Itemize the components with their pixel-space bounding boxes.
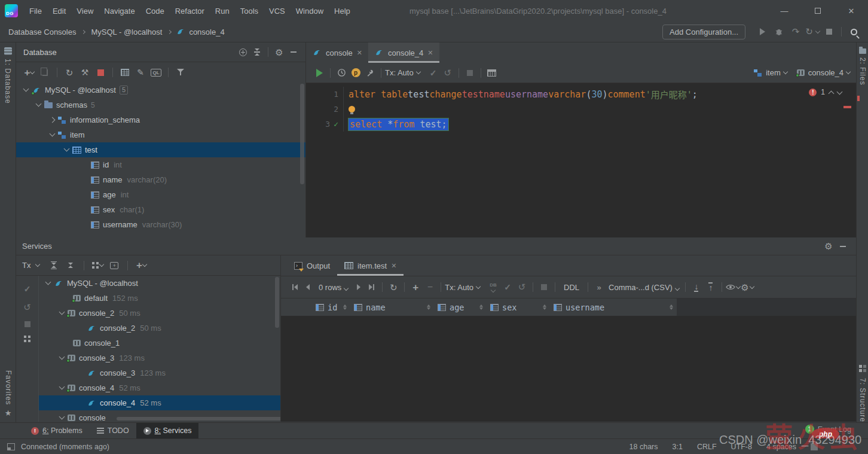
duplicate-button[interactable]	[38, 65, 52, 80]
hide-panel-icon[interactable]	[836, 239, 850, 254]
search-everywhere-icon[interactable]	[845, 25, 862, 39]
structure-toolwindow-icon[interactable]	[859, 365, 866, 372]
breadcrumb-connection[interactable]: MySQL - @localhost	[88, 28, 164, 36]
ddl-button[interactable]: DDL	[564, 283, 579, 292]
menu-navigate[interactable]: Navigate	[99, 3, 140, 19]
service-session-console-2[interactable]: console_2 50 ms	[39, 306, 280, 321]
sort-icon[interactable]	[427, 304, 430, 310]
service-console-4[interactable]: console_4 52 ms	[39, 395, 280, 410]
connection-status[interactable]: Connected (moments ago)	[21, 443, 109, 451]
tree-item-schemas[interactable]: schemas 5	[16, 97, 305, 112]
breadcrumb-console[interactable]: console_4	[187, 28, 227, 36]
submit-to-db-icon[interactable]: DB	[486, 280, 500, 294]
maximize-button[interactable]	[801, 0, 835, 22]
chevron-down-icon[interactable]	[64, 146, 70, 152]
tree-item-column-name[interactable]: name varchar(20)	[16, 172, 305, 187]
indent-selector[interactable]: 4 spaces	[766, 443, 796, 451]
next-page-icon[interactable]	[357, 284, 360, 290]
menu-refactor[interactable]: Refactor	[170, 3, 210, 19]
code-editor[interactable]: 1 alter table test change testname usern…	[306, 83, 856, 237]
stop-connection-button[interactable]	[93, 65, 108, 80]
close-icon[interactable]: ✕	[391, 262, 396, 270]
service-session-console-1[interactable]: console_1	[39, 336, 280, 351]
service-connection[interactable]: MySQL - @localhost	[39, 276, 280, 291]
chevron-down-icon[interactable]	[59, 309, 65, 315]
rollback-button[interactable]: ↺	[515, 280, 529, 294]
stripe-tab-files[interactable]: 2: Files	[858, 57, 867, 86]
stop-button[interactable]	[25, 321, 30, 327]
intention-bulb-icon[interactable]	[349, 106, 355, 112]
stop-button[interactable]	[537, 280, 551, 294]
service-console-3[interactable]: console_3 123 ms	[39, 365, 280, 380]
tree-item-test-table[interactable]: test	[16, 142, 305, 157]
column-header-name[interactable]: name	[350, 298, 434, 316]
panel-settings-gear-icon[interactable]: ⚙	[272, 45, 286, 59]
more-actions-chevrons-icon[interactable]: »	[592, 280, 606, 294]
previous-page-icon[interactable]	[306, 284, 310, 290]
tree-item-column-sex[interactable]: sex char(1)	[16, 202, 305, 217]
add-service-tab-icon[interactable]: +	[107, 258, 121, 273]
commit-button[interactable]: ✓	[500, 280, 515, 294]
tab-console-4[interactable]: console_4 ✕	[368, 42, 439, 63]
grid-body-empty[interactable]	[281, 316, 856, 422]
service-session-default[interactable]: default 152 ms	[39, 291, 280, 306]
service-session-console-4[interactable]: console_4 52 ms	[39, 380, 280, 395]
stop-query-button[interactable]	[463, 66, 477, 80]
group-by-icon[interactable]	[90, 258, 105, 273]
query-console-button[interactable]: QL	[149, 65, 163, 80]
tx-mode-selector[interactable]: Tx: Auto	[445, 283, 473, 292]
modify-table-button[interactable]: ✎	[133, 65, 148, 80]
run-with-profiler-button[interactable]: ↷	[787, 25, 804, 39]
sort-icon[interactable]	[543, 304, 546, 310]
view-options-eye-icon[interactable]	[726, 280, 740, 294]
services-tree-scrollbar[interactable]	[275, 277, 279, 328]
chevron-down-icon[interactable]	[59, 414, 65, 420]
caret-position[interactable]: 3:1	[673, 443, 683, 451]
service-console-2[interactable]: console_2 50 ms	[39, 321, 280, 336]
open-table-button[interactable]	[118, 65, 132, 80]
import-data-icon[interactable]: ↑	[704, 280, 718, 294]
hide-panel-icon[interactable]	[286, 45, 301, 59]
collapse-all-icon[interactable]	[250, 45, 264, 59]
sync-with-datasource-icon[interactable]: ⚒	[78, 65, 92, 80]
chevron-down-icon[interactable]	[36, 101, 42, 107]
filter-icon[interactable]	[173, 65, 188, 80]
sort-icon[interactable]	[670, 304, 673, 310]
add-row-button[interactable]: +	[408, 280, 423, 294]
next-error-icon[interactable]	[837, 89, 843, 95]
stripe-tab-favorites[interactable]: Favorites	[4, 370, 13, 405]
toolwindow-toggle-icon[interactable]	[7, 443, 15, 450]
column-header-sex[interactable]: sex	[487, 298, 550, 316]
tree-item-information-schema[interactable]: information_schema	[16, 112, 305, 127]
encoding-selector[interactable]: UTF-8	[731, 443, 752, 451]
menu-file[interactable]: File	[24, 3, 47, 19]
commit-button[interactable]: ✓	[24, 284, 31, 294]
stripe-tab-database[interactable]: 1: Database	[4, 59, 12, 104]
layout-icon[interactable]	[24, 336, 30, 342]
column-header-username[interactable]: username	[550, 298, 677, 316]
delete-row-button[interactable]: −	[423, 280, 437, 294]
files-toolwindow-icon[interactable]	[859, 48, 866, 54]
collapse-all-icon[interactable]	[63, 258, 78, 273]
refresh-button[interactable]: ↻	[62, 65, 77, 80]
rollback-button[interactable]: ↺	[23, 302, 31, 313]
code-line-2[interactable]: 2	[306, 102, 856, 117]
locate-object-icon[interactable]	[236, 45, 250, 59]
menu-code[interactable]: Code	[140, 3, 170, 19]
tree-item-connection[interactable]: MySQL - @localhost 5	[16, 83, 305, 97]
parameters-icon[interactable]: p	[349, 66, 363, 80]
rollback-button[interactable]: ↺	[441, 66, 455, 80]
commit-button[interactable]: ✓	[426, 66, 441, 80]
tab-problems[interactable]: ! 6: Problems	[24, 423, 90, 439]
execute-button[interactable]	[312, 66, 326, 80]
tab-services[interactable]: 8: Services	[136, 423, 199, 439]
menu-help[interactable]: Help	[329, 3, 356, 19]
grid-settings-gear-icon[interactable]: ⚙	[740, 280, 754, 294]
code-line-3[interactable]: 3✓ select *from test;	[306, 117, 856, 132]
tree-item-item-schema[interactable]: item	[16, 127, 305, 142]
chevron-down-icon[interactable]	[23, 86, 29, 92]
chevron-down-icon[interactable]	[59, 354, 65, 360]
output-options-icon[interactable]	[485, 66, 499, 80]
reload-page-icon[interactable]: ↻	[386, 280, 401, 294]
breadcrumb-database-consoles[interactable]: Database Consoles	[6, 28, 78, 36]
